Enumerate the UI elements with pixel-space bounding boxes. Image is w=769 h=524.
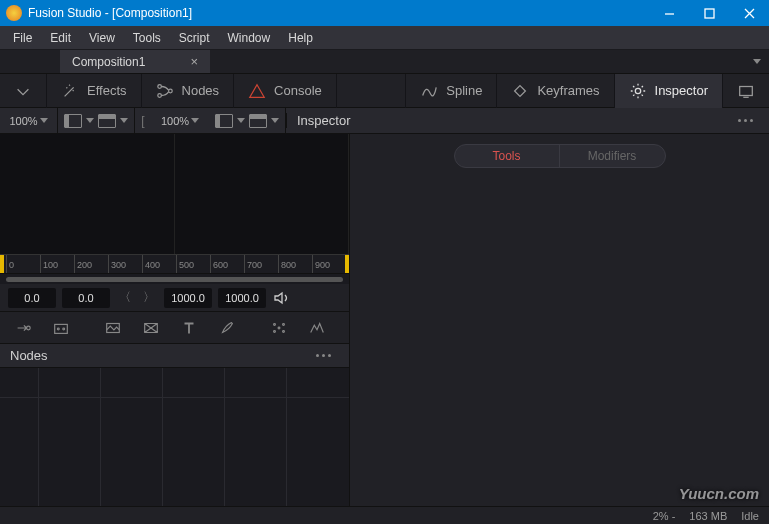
menu-tools[interactable]: Tools xyxy=(124,26,170,50)
document-tabs: Composition1 × xyxy=(0,50,769,74)
workspace-keyframes[interactable]: Keyframes xyxy=(497,74,613,108)
left-zoom[interactable]: 100% xyxy=(0,108,58,134)
current-time-field[interactable]: 0.0 xyxy=(62,288,110,308)
right-zoom[interactable]: 100% xyxy=(151,108,209,134)
tool-loader[interactable] xyxy=(4,314,42,342)
chevron-down-icon[interactable] xyxy=(237,118,245,123)
node-graph[interactable] xyxy=(0,368,349,506)
next-frame-button[interactable]: 〉 xyxy=(140,289,158,307)
svg-rect-7 xyxy=(55,324,68,333)
chevron-down-icon[interactable] xyxy=(86,118,94,123)
range-end-field[interactable]: 1000.0 xyxy=(164,288,212,308)
svg-point-2 xyxy=(157,93,161,97)
workspace-extra[interactable] xyxy=(723,74,769,108)
tool-text[interactable] xyxy=(170,314,208,342)
layout-b-icon[interactable] xyxy=(98,114,116,128)
spline-icon xyxy=(420,82,438,100)
menu-script[interactable]: Script xyxy=(170,26,219,50)
ruler-tick: 400 xyxy=(142,255,160,273)
svg-point-9 xyxy=(63,328,65,330)
app-icon xyxy=(6,5,22,21)
more-icon[interactable] xyxy=(738,119,761,122)
ruler-tick: 800 xyxy=(278,255,296,273)
tab-close-icon[interactable]: × xyxy=(190,54,198,69)
label: Effects xyxy=(87,83,127,98)
ruler-tick: 900 xyxy=(312,255,330,273)
menu-edit[interactable]: Edit xyxy=(41,26,80,50)
nodes-panel-header: Nodes xyxy=(0,344,349,368)
workspace-inspector[interactable]: Inspector xyxy=(615,74,722,108)
menu-view[interactable]: View xyxy=(80,26,124,50)
maximize-button[interactable] xyxy=(689,0,729,26)
global-end-field[interactable]: 1000.0 xyxy=(218,288,266,308)
minimize-button[interactable] xyxy=(649,0,689,26)
svg-point-13 xyxy=(283,323,285,325)
panel-title: Nodes xyxy=(10,348,48,363)
range-start-field[interactable]: 0.0 xyxy=(8,288,56,308)
inspector-tab-modifiers[interactable]: Modifiers xyxy=(560,145,665,167)
layout-b-icon[interactable] xyxy=(249,114,267,128)
tool-fastnoise[interactable] xyxy=(132,314,170,342)
layout-a-icon[interactable] xyxy=(64,114,82,128)
viewer-right[interactable] xyxy=(175,134,350,254)
time-controls: 0.0 0.0 〈 〉 1000.0 1000.0 xyxy=(0,284,349,312)
inspector-header: Inspector xyxy=(286,113,769,128)
svg-point-15 xyxy=(283,330,285,332)
viewer-left[interactable] xyxy=(0,134,175,254)
layout-a-icon[interactable] xyxy=(215,114,233,128)
sparkle-icon xyxy=(61,82,79,100)
window-title: Fusion Studio - [Composition1] xyxy=(28,6,649,20)
tool-background[interactable] xyxy=(94,314,132,342)
chevron-down-icon[interactable] xyxy=(271,118,279,123)
inspector-tab-pill: Tools Modifiers xyxy=(454,144,666,168)
keyframes-icon xyxy=(511,82,529,100)
tool-saver[interactable] xyxy=(42,314,80,342)
svg-point-14 xyxy=(274,330,276,332)
label: Nodes xyxy=(182,83,220,98)
label: Keyframes xyxy=(537,83,599,98)
tab-composition1[interactable]: Composition1 × xyxy=(60,50,210,73)
menu-help[interactable]: Help xyxy=(279,26,322,50)
workspace-bar: Effects Nodes Console Spline Keyframes I… xyxy=(0,74,769,108)
ruler-tick: 600 xyxy=(210,255,228,273)
tool-tracker[interactable] xyxy=(260,314,298,342)
status-memory: 163 MB xyxy=(689,510,727,522)
label: Inspector xyxy=(655,83,708,98)
prev-frame-button[interactable]: 〈 xyxy=(116,289,134,307)
speaker-icon[interactable] xyxy=(272,288,292,308)
tabs-overflow-icon[interactable] xyxy=(753,59,761,64)
inspector-panel: Tools Modifiers xyxy=(350,134,769,506)
menu-bar: File Edit View Tools Script Window Help xyxy=(0,26,769,50)
workspace-console[interactable]: Console xyxy=(234,74,336,108)
menu-file[interactable]: File xyxy=(4,26,41,50)
workspace-effects[interactable]: Effects xyxy=(47,74,141,108)
status-bar: 2% - 163 MB Idle xyxy=(0,506,769,524)
time-ruler[interactable]: 0100200300400500600700800900 xyxy=(0,254,349,274)
timeline-scrollbar[interactable] xyxy=(0,274,349,284)
tool-colorcorrect[interactable] xyxy=(298,314,336,342)
inspector-icon xyxy=(629,82,647,100)
chevron-down-icon[interactable] xyxy=(120,118,128,123)
svg-point-3 xyxy=(168,89,172,93)
workspace-nodes[interactable]: Nodes xyxy=(142,74,234,108)
nodes-icon xyxy=(156,82,174,100)
ruler-tick: 500 xyxy=(176,255,194,273)
workspace-spline[interactable]: Spline xyxy=(406,74,496,108)
viewers[interactable] xyxy=(0,134,349,254)
svg-point-4 xyxy=(635,88,640,93)
status-state: Idle xyxy=(741,510,759,522)
svg-point-6 xyxy=(27,326,31,330)
title-bar: Fusion Studio - [Composition1] xyxy=(0,0,769,26)
tab-label: Composition1 xyxy=(72,55,145,69)
sub-toolbar: 100% [ 100% Inspector xyxy=(0,108,769,134)
tool-paint[interactable] xyxy=(208,314,246,342)
ruler-tick: 300 xyxy=(108,255,126,273)
inspector-tab-tools[interactable]: Tools xyxy=(455,145,560,167)
close-button[interactable] xyxy=(729,0,769,26)
ruler-tick: 700 xyxy=(244,255,262,273)
ruler-tick: 0 xyxy=(6,255,14,273)
warning-icon xyxy=(248,82,266,100)
workspace-dropdown[interactable] xyxy=(0,74,46,108)
menu-window[interactable]: Window xyxy=(219,26,280,50)
more-icon[interactable] xyxy=(316,354,339,357)
